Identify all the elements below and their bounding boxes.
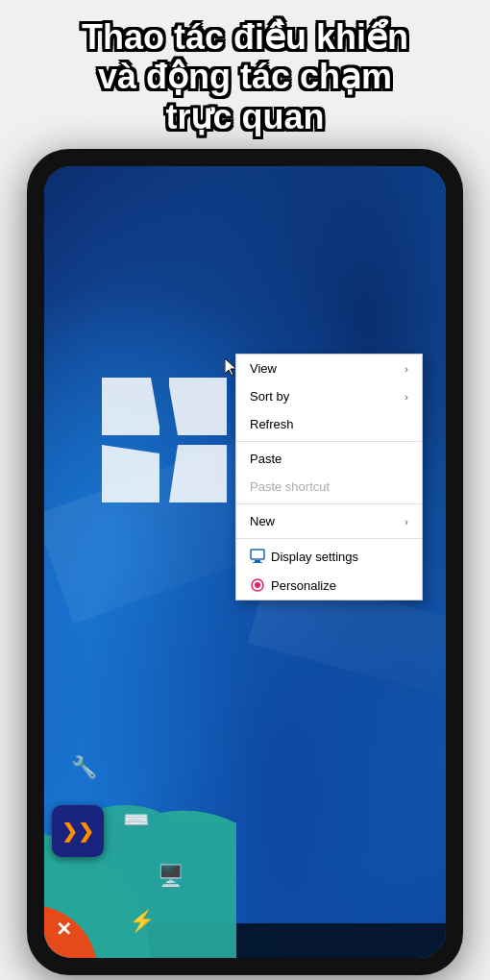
- menu-item-paste-shortcut-label: Paste shortcut: [250, 479, 330, 494]
- menu-separator-3: [236, 538, 422, 539]
- personalize-icon: [250, 577, 265, 593]
- view-arrow: ›: [404, 363, 408, 375]
- context-menu: View › Sort by › Refresh Paste Paste sho…: [235, 354, 423, 600]
- keyboard-icon[interactable]: ⌨️: [123, 808, 149, 833]
- header: Thao tác điều khiểnvà động tác chạmtrực …: [0, 0, 490, 152]
- menu-item-new-label: New: [250, 514, 275, 528]
- phone-frame: View › Sort by › Refresh Paste Paste sho…: [27, 149, 463, 975]
- menu-item-paste-label: Paste: [250, 452, 282, 466]
- svg-rect-0: [251, 550, 264, 559]
- menu-item-paste[interactable]: Paste: [236, 445, 422, 473]
- menu-item-view[interactable]: View ›: [236, 355, 422, 382]
- new-arrow: ›: [404, 516, 408, 527]
- monitor-icon[interactable]: 🖥️: [158, 864, 184, 889]
- svg-point-4: [255, 582, 260, 588]
- app-brand-button[interactable]: ❯❯: [52, 805, 104, 857]
- close-button[interactable]: ✕: [56, 918, 72, 941]
- close-segment[interactable]: [44, 867, 135, 958]
- menu-item-sortby[interactable]: Sort by ›: [236, 382, 422, 410]
- menu-item-display[interactable]: Display settings: [236, 542, 422, 571]
- win-pane-br: [169, 445, 227, 502]
- win-pane-tr: [169, 378, 227, 435]
- menu-item-display-label: Display settings: [271, 550, 358, 564]
- phone-screen: View › Sort by › Refresh Paste Paste sho…: [44, 166, 446, 958]
- display-icon: [250, 549, 265, 564]
- menu-item-refresh[interactable]: Refresh: [236, 410, 422, 438]
- svg-rect-2: [253, 562, 262, 563]
- menu-item-personalize-label: Personalize: [271, 578, 336, 593]
- svg-rect-1: [255, 560, 260, 562]
- menu-item-new[interactable]: New ›: [236, 507, 422, 535]
- menu-item-paste-shortcut[interactable]: Paste shortcut: [236, 473, 422, 501]
- menu-separator-1: [236, 441, 422, 442]
- win-pane-tl: [102, 378, 159, 435]
- sortby-arrow: ›: [404, 391, 408, 403]
- personalize-item-left: Personalize: [250, 577, 336, 593]
- menu-item-sortby-label: Sort by: [250, 389, 289, 404]
- page-title: Thao tác điều khiểnvà động tác chạmtrực …: [19, 17, 471, 136]
- menu-item-refresh-label: Refresh: [250, 417, 294, 431]
- menu-separator-2: [236, 503, 422, 504]
- win-pane-bl: [102, 445, 159, 502]
- display-item-left: Display settings: [250, 549, 358, 564]
- menu-item-personalize[interactable]: Personalize: [236, 571, 422, 600]
- wrench-icon[interactable]: 🔧: [71, 755, 97, 780]
- windows-logo: [102, 378, 227, 502]
- radial-menu-container: 🔧 ⌨️ 🖥️ ⚡ ✕ ❯❯: [44, 689, 275, 958]
- menu-item-view-label: View: [250, 361, 277, 376]
- brand-icon: ❯❯: [61, 820, 94, 843]
